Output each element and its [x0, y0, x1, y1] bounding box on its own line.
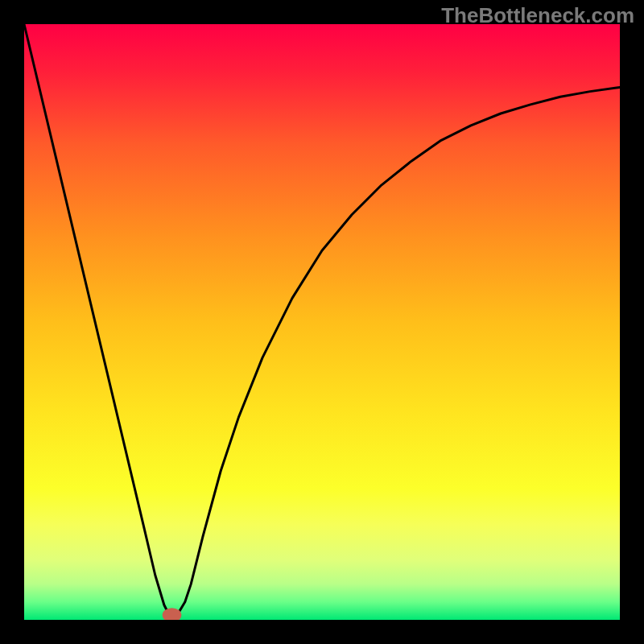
chart-canvas	[0, 0, 644, 644]
bottleneck-chart: TheBottleneck.com	[0, 0, 644, 644]
watermark-label: TheBottleneck.com	[441, 3, 634, 28]
plot-background	[24, 24, 620, 620]
